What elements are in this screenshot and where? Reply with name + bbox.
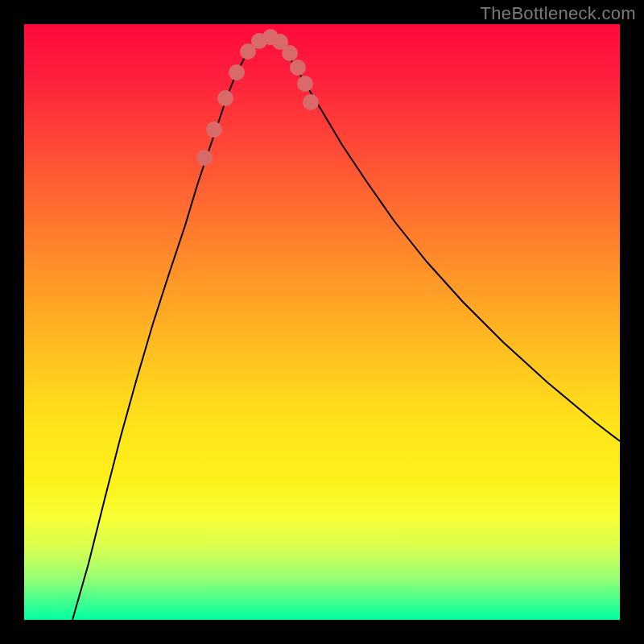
plot-area	[24, 24, 620, 620]
bottleneck-curve	[72, 36, 620, 620]
marker-dot	[262, 29, 279, 45]
curve-svg	[24, 24, 620, 620]
marker-dot	[206, 122, 222, 138]
marker-dot	[217, 90, 233, 106]
marker-dot	[297, 76, 313, 92]
marker-dot	[251, 33, 267, 49]
marker-dot	[290, 60, 306, 76]
highlight-markers	[196, 29, 319, 166]
chart-frame: TheBottleneck.com	[0, 0, 644, 644]
marker-dot	[272, 34, 288, 50]
marker-dot	[229, 64, 245, 80]
marker-dot	[303, 94, 319, 110]
watermark-text: TheBottleneck.com	[481, 3, 636, 24]
marker-dot	[196, 150, 213, 166]
marker-dot	[282, 45, 298, 61]
marker-dot	[240, 43, 256, 60]
